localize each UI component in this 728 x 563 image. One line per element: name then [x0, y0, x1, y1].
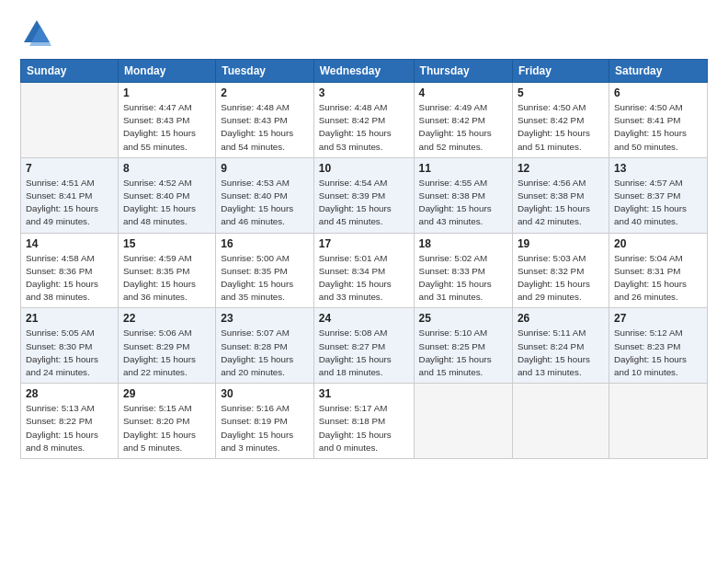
day-detail: Sunrise: 5:16 AM Sunset: 8:19 PM Dayligh…	[221, 402, 309, 454]
day-cell: 13Sunrise: 4:57 AM Sunset: 8:37 PM Dayli…	[609, 157, 707, 233]
day-number: 15	[123, 237, 210, 250]
day-number: 9	[221, 162, 309, 175]
header	[20, 17, 708, 50]
day-detail: Sunrise: 5:06 AM Sunset: 8:29 PM Dayligh…	[123, 327, 210, 379]
day-cell: 27Sunrise: 5:12 AM Sunset: 8:23 PM Dayli…	[609, 308, 707, 384]
day-detail: Sunrise: 4:50 AM Sunset: 8:42 PM Dayligh…	[518, 101, 604, 154]
col-header-wednesday: Wednesday	[313, 60, 414, 83]
day-number: 20	[614, 237, 702, 250]
day-detail: Sunrise: 4:57 AM Sunset: 8:37 PM Dayligh…	[614, 177, 702, 229]
day-cell: 23Sunrise: 5:07 AM Sunset: 8:28 PM Dayli…	[216, 308, 314, 384]
day-detail: Sunrise: 4:49 AM Sunset: 8:42 PM Dayligh…	[419, 101, 507, 154]
day-detail: Sunrise: 5:17 AM Sunset: 8:18 PM Dayligh…	[319, 402, 409, 454]
day-cell: 16Sunrise: 5:00 AM Sunset: 8:35 PM Dayli…	[216, 233, 314, 308]
day-cell: 6Sunrise: 4:50 AM Sunset: 8:41 PM Daylig…	[609, 83, 707, 158]
day-detail: Sunrise: 5:01 AM Sunset: 8:34 PM Dayligh…	[319, 252, 409, 304]
col-header-thursday: Thursday	[414, 60, 512, 83]
day-cell: 17Sunrise: 5:01 AM Sunset: 8:34 PM Dayli…	[313, 233, 414, 308]
day-number: 28	[26, 387, 113, 400]
day-detail: Sunrise: 5:00 AM Sunset: 8:35 PM Dayligh…	[221, 252, 309, 304]
day-cell: 18Sunrise: 5:02 AM Sunset: 8:33 PM Dayli…	[414, 233, 512, 308]
day-detail: Sunrise: 5:07 AM Sunset: 8:28 PM Dayligh…	[221, 327, 309, 379]
day-cell: 25Sunrise: 5:10 AM Sunset: 8:25 PM Dayli…	[414, 308, 512, 384]
day-detail: Sunrise: 5:13 AM Sunset: 8:22 PM Dayligh…	[26, 402, 113, 454]
day-number: 29	[123, 387, 210, 400]
col-header-saturday: Saturday	[609, 60, 707, 83]
day-number: 26	[518, 312, 604, 325]
logo	[20, 17, 57, 50]
day-cell: 30Sunrise: 5:16 AM Sunset: 8:19 PM Dayli…	[216, 384, 314, 459]
day-cell: 20Sunrise: 5:04 AM Sunset: 8:31 PM Dayli…	[609, 233, 707, 308]
day-number: 16	[221, 237, 309, 250]
day-cell: 8Sunrise: 4:52 AM Sunset: 8:40 PM Daylig…	[118, 157, 215, 233]
day-number: 13	[614, 162, 702, 175]
day-detail: Sunrise: 5:04 AM Sunset: 8:31 PM Dayligh…	[614, 252, 702, 304]
day-detail: Sunrise: 4:59 AM Sunset: 8:35 PM Dayligh…	[123, 252, 210, 304]
day-detail: Sunrise: 5:02 AM Sunset: 8:33 PM Dayligh…	[419, 252, 507, 304]
day-cell	[512, 384, 609, 459]
day-detail: Sunrise: 4:47 AM Sunset: 8:43 PM Dayligh…	[123, 101, 210, 154]
day-cell: 29Sunrise: 5:15 AM Sunset: 8:20 PM Dayli…	[118, 384, 215, 459]
day-number: 17	[319, 237, 409, 250]
day-number: 27	[614, 312, 702, 325]
day-number: 2	[221, 86, 309, 99]
day-detail: Sunrise: 5:12 AM Sunset: 8:23 PM Dayligh…	[614, 327, 702, 379]
day-detail: Sunrise: 4:53 AM Sunset: 8:40 PM Dayligh…	[221, 177, 309, 229]
day-number: 4	[419, 86, 507, 99]
day-number: 14	[26, 237, 113, 250]
page: SundayMondayTuesdayWednesdayThursdayFrid…	[0, 0, 728, 468]
day-cell: 12Sunrise: 4:56 AM Sunset: 8:38 PM Dayli…	[512, 157, 609, 233]
week-row-1: 1Sunrise: 4:47 AM Sunset: 8:43 PM Daylig…	[21, 83, 708, 158]
day-cell	[414, 384, 512, 459]
col-header-monday: Monday	[118, 60, 215, 83]
day-cell: 21Sunrise: 5:05 AM Sunset: 8:30 PM Dayli…	[21, 308, 119, 384]
day-number: 18	[419, 237, 507, 250]
day-cell: 1Sunrise: 4:47 AM Sunset: 8:43 PM Daylig…	[118, 83, 215, 158]
day-detail: Sunrise: 4:48 AM Sunset: 8:43 PM Dayligh…	[221, 101, 309, 154]
week-row-3: 14Sunrise: 4:58 AM Sunset: 8:36 PM Dayli…	[21, 233, 708, 308]
day-cell: 3Sunrise: 4:48 AM Sunset: 8:42 PM Daylig…	[313, 83, 414, 158]
day-detail: Sunrise: 4:58 AM Sunset: 8:36 PM Dayligh…	[26, 252, 113, 304]
day-number: 10	[319, 162, 409, 175]
day-detail: Sunrise: 4:51 AM Sunset: 8:41 PM Dayligh…	[26, 177, 113, 229]
day-cell: 19Sunrise: 5:03 AM Sunset: 8:32 PM Dayli…	[512, 233, 609, 308]
day-number: 8	[123, 162, 210, 175]
day-cell: 31Sunrise: 5:17 AM Sunset: 8:18 PM Dayli…	[313, 384, 414, 459]
day-cell: 2Sunrise: 4:48 AM Sunset: 8:43 PM Daylig…	[216, 83, 314, 158]
day-cell	[21, 83, 119, 158]
day-detail: Sunrise: 4:50 AM Sunset: 8:41 PM Dayligh…	[614, 101, 702, 154]
day-detail: Sunrise: 5:15 AM Sunset: 8:20 PM Dayligh…	[123, 402, 210, 454]
day-cell	[609, 384, 707, 459]
day-cell: 7Sunrise: 4:51 AM Sunset: 8:41 PM Daylig…	[21, 157, 119, 233]
day-detail: Sunrise: 5:10 AM Sunset: 8:25 PM Dayligh…	[419, 327, 507, 379]
day-detail: Sunrise: 5:05 AM Sunset: 8:30 PM Dayligh…	[26, 327, 113, 379]
day-number: 3	[319, 86, 409, 99]
day-number: 1	[123, 86, 210, 99]
day-detail: Sunrise: 4:54 AM Sunset: 8:39 PM Dayligh…	[319, 177, 409, 229]
day-cell: 14Sunrise: 4:58 AM Sunset: 8:36 PM Dayli…	[21, 233, 119, 308]
calendar-table: SundayMondayTuesdayWednesdayThursdayFrid…	[20, 59, 708, 459]
day-number: 21	[26, 312, 113, 325]
day-number: 19	[518, 237, 604, 250]
col-header-tuesday: Tuesday	[216, 60, 314, 83]
day-cell: 15Sunrise: 4:59 AM Sunset: 8:35 PM Dayli…	[118, 233, 215, 308]
day-cell: 9Sunrise: 4:53 AM Sunset: 8:40 PM Daylig…	[216, 157, 314, 233]
day-number: 11	[419, 162, 507, 175]
day-cell: 4Sunrise: 4:49 AM Sunset: 8:42 PM Daylig…	[414, 83, 512, 158]
day-detail: Sunrise: 4:55 AM Sunset: 8:38 PM Dayligh…	[419, 177, 507, 229]
day-cell: 22Sunrise: 5:06 AM Sunset: 8:29 PM Dayli…	[118, 308, 215, 384]
day-number: 25	[419, 312, 507, 325]
col-header-friday: Friday	[512, 60, 609, 83]
day-number: 6	[614, 86, 702, 99]
day-number: 12	[518, 162, 604, 175]
day-number: 7	[26, 162, 113, 175]
day-number: 31	[319, 387, 409, 400]
day-detail: Sunrise: 5:11 AM Sunset: 8:24 PM Dayligh…	[518, 327, 604, 379]
day-detail: Sunrise: 5:03 AM Sunset: 8:32 PM Dayligh…	[518, 252, 604, 304]
day-number: 5	[518, 86, 604, 99]
day-cell: 11Sunrise: 4:55 AM Sunset: 8:38 PM Dayli…	[414, 157, 512, 233]
day-detail: Sunrise: 4:56 AM Sunset: 8:38 PM Dayligh…	[518, 177, 604, 229]
col-header-sunday: Sunday	[21, 60, 119, 83]
day-number: 24	[319, 312, 409, 325]
week-row-4: 21Sunrise: 5:05 AM Sunset: 8:30 PM Dayli…	[21, 308, 708, 384]
